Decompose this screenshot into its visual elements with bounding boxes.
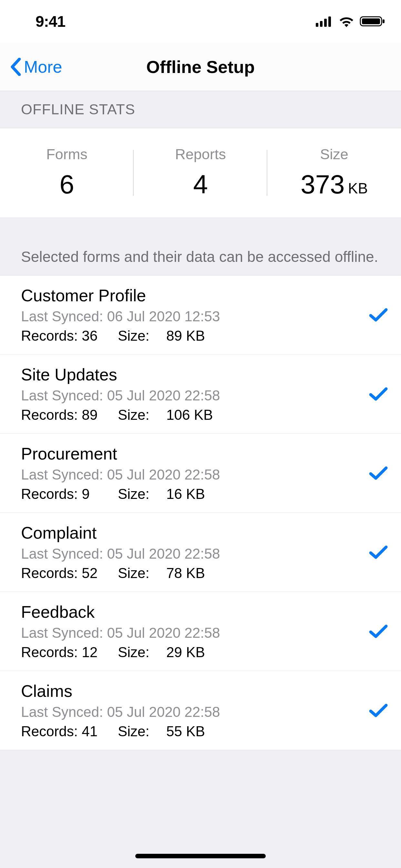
form-size-label: Size: [118, 328, 166, 344]
form-size-label: Size: [118, 565, 166, 581]
form-size-label: Size: [118, 486, 166, 502]
form-meta: Records: 9Size:16 KB [21, 486, 369, 502]
stat-value: 4 [193, 169, 208, 199]
form-meta: Records: 41Size:55 KB [21, 723, 369, 740]
stat-label: Size [320, 146, 348, 163]
form-meta: Records: 89Size:106 KB [21, 407, 369, 423]
form-records: Records: 89 [21, 407, 118, 423]
svg-rect-0 [316, 23, 318, 27]
form-info: ClaimsLast Synced: 05 Jul 2020 22:58Reco… [21, 681, 369, 740]
status-time: 9:41 [35, 12, 65, 30]
form-title: Feedback [21, 602, 369, 622]
form-size-label: Size: [118, 723, 166, 740]
stat-value: 6 [59, 169, 74, 199]
form-info: FeedbackLast Synced: 05 Jul 2020 22:58Re… [21, 602, 369, 660]
form-size-value: 16 KB [166, 486, 205, 502]
form-meta: Records: 52Size:78 KB [21, 565, 369, 581]
form-size-label: Size: [118, 407, 166, 423]
form-last-synced: Last Synced: 05 Jul 2020 22:58 [21, 546, 369, 562]
form-size-value: 106 KB [166, 407, 213, 423]
form-records: Records: 12 [21, 644, 118, 660]
form-title: Site Updates [21, 365, 369, 384]
form-title: Customer Profile [21, 286, 369, 305]
form-size-value: 78 KB [166, 565, 205, 581]
form-last-synced: Last Synced: 05 Jul 2020 22:58 [21, 388, 369, 404]
form-info: ProcurementLast Synced: 05 Jul 2020 22:5… [21, 444, 369, 502]
form-meta: Records: 36Size:89 KB [21, 328, 369, 344]
back-label: More [24, 57, 62, 76]
form-size-label: Size: [118, 644, 166, 660]
form-last-synced: Last Synced: 05 Jul 2020 22:58 [21, 625, 369, 641]
svg-rect-5 [362, 19, 380, 24]
nav-bar: More Offline Setup [0, 42, 401, 91]
stat-label: Reports [175, 146, 226, 163]
form-records: Records: 52 [21, 565, 118, 581]
form-size-value: 55 KB [166, 723, 205, 740]
svg-rect-3 [328, 17, 331, 27]
battery-icon [360, 16, 385, 27]
check-icon [369, 703, 388, 718]
check-icon [369, 307, 388, 322]
form-row[interactable]: ProcurementLast Synced: 05 Jul 2020 22:5… [0, 434, 401, 513]
check-icon [369, 624, 388, 639]
form-title: Claims [21, 681, 369, 701]
stat-value-unit: KB [348, 180, 368, 197]
form-size-value: 89 KB [166, 328, 205, 344]
status-bar: 9:41 [0, 0, 401, 42]
stat-value: 373KB [301, 169, 368, 199]
status-icons [316, 16, 385, 27]
form-last-synced: Last Synced: 05 Jul 2020 22:58 [21, 704, 369, 720]
form-size-value: 29 KB [166, 644, 205, 660]
form-row[interactable]: Customer ProfileLast Synced: 06 Jul 2020… [0, 275, 401, 354]
check-icon [369, 465, 388, 481]
wifi-icon [338, 16, 354, 27]
stat-forms: Forms 6 [0, 146, 134, 199]
form-info: Site UpdatesLast Synced: 05 Jul 2020 22:… [21, 365, 369, 423]
form-records: Records: 36 [21, 328, 118, 344]
form-list: Customer ProfileLast Synced: 06 Jul 2020… [0, 275, 401, 750]
svg-rect-2 [324, 19, 327, 27]
form-row[interactable]: Site UpdatesLast Synced: 05 Jul 2020 22:… [0, 354, 401, 434]
form-row[interactable]: FeedbackLast Synced: 05 Jul 2020 22:58Re… [0, 592, 401, 671]
svg-rect-1 [320, 21, 322, 27]
stats-box: Forms 6 Reports 4 Size 373KB [0, 128, 401, 217]
form-last-synced: Last Synced: 06 Jul 2020 12:53 [21, 308, 369, 324]
chevron-left-icon [10, 58, 21, 76]
stat-reports: Reports 4 [134, 146, 267, 199]
forms-section-description: Selected forms and their data can be acc… [0, 217, 401, 275]
form-row[interactable]: ComplaintLast Synced: 05 Jul 2020 22:58R… [0, 513, 401, 592]
cellular-icon [316, 16, 333, 27]
form-title: Procurement [21, 444, 369, 463]
form-title: Complaint [21, 523, 369, 542]
form-info: ComplaintLast Synced: 05 Jul 2020 22:58R… [21, 523, 369, 581]
stat-value-num: 373 [301, 169, 345, 199]
stat-size: Size 373KB [267, 146, 401, 199]
form-meta: Records: 12Size:29 KB [21, 644, 369, 660]
form-records: Records: 9 [21, 486, 118, 502]
stat-label: Forms [46, 146, 88, 163]
form-records: Records: 41 [21, 723, 118, 740]
home-indicator [135, 854, 266, 858]
check-icon [369, 545, 388, 560]
form-last-synced: Last Synced: 05 Jul 2020 22:58 [21, 467, 369, 483]
page-title: Offline Setup [146, 57, 255, 77]
svg-rect-6 [382, 20, 384, 23]
back-button[interactable]: More [10, 57, 62, 76]
form-info: Customer ProfileLast Synced: 06 Jul 2020… [21, 286, 369, 344]
stats-section-header: OFFLINE STATS [0, 91, 401, 128]
check-icon [369, 386, 388, 402]
form-row[interactable]: ClaimsLast Synced: 05 Jul 2020 22:58Reco… [0, 671, 401, 750]
